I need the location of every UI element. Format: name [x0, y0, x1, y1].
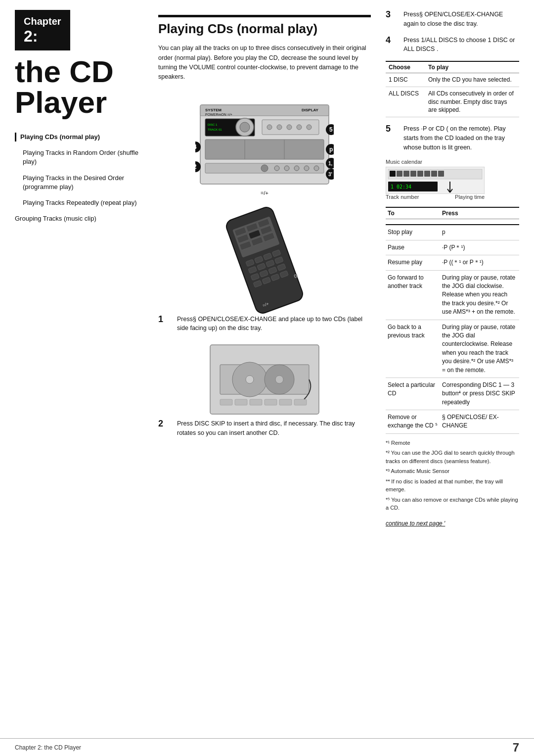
svg-rect-88 [438, 171, 444, 177]
fn4-text: If no disc is loaded at that number, the… [386, 478, 503, 493]
toc-item-4[interactable]: Playing Tracks Repeatedly (repeat play) [15, 198, 138, 207]
music-calendar-label: Music calendar [386, 159, 485, 165]
fn1-text: Remote [391, 440, 410, 446]
operation-table: Stop play p Pause ·P (P＊¹) Resume play ·… [386, 224, 519, 433]
play-alldiscs: All CDs consecutively in order of disc n… [425, 87, 519, 117]
table-row: Select a particular CD Corresponding DIS… [386, 378, 519, 410]
step-5-number: 5 [386, 124, 391, 133]
table-row: Resume play ·P ((＊¹ or P＊¹) [386, 255, 519, 270]
choose-1disc: 1 DISC [386, 73, 425, 87]
right-panel: 3 Press§ OPEN/CLOSE/EX-CHANGE again to c… [381, 0, 529, 537]
svg-text:POWERmON  =/+: POWERmON =/+ [205, 113, 232, 116]
fn5-text: You can also remove or exchange CDs whil… [386, 497, 518, 511]
svg-rect-83 [403, 171, 409, 177]
toc-item-5[interactable]: Grouping Tracks (music clip) [15, 214, 138, 223]
step-5: 5 Press ·P or CD ( on the remote). Play … [386, 124, 519, 152]
op-resume: Resume play [386, 255, 440, 270]
toc-item-2[interactable]: Playing Tracks in Random Order (shuffle … [15, 148, 138, 166]
fn5-ref: *⁵ [386, 497, 390, 503]
op-forward-press: During play or pause, rotate the JOG dia… [440, 270, 519, 320]
intro-text: You can play all the tracks on up to thr… [158, 44, 371, 82]
step-3-text: Press§ OPEN/CLOSE/EX-CHANGE again to clo… [403, 11, 503, 27]
op-pause: Pause [386, 240, 440, 255]
page-number: 7 [513, 741, 519, 755]
svg-text:5: 5 [329, 126, 333, 133]
music-calendar-container: Music calendar 1 02:34 [386, 159, 519, 200]
svg-point-72 [275, 376, 283, 383]
fn2-text: You can use the JOG dial to search quick… [386, 450, 515, 464]
chapter-label: Chapter [24, 16, 61, 27]
svg-point-21 [267, 125, 272, 130]
step-3: 3 Press§ OPEN/CLOSE/EX-CHANGE again to c… [386, 10, 519, 29]
op-resume-press: ·P ((＊¹ or P＊¹) [440, 255, 519, 270]
chapter-box: Chapter 2: [15, 10, 70, 50]
fn3-text: Automatic Music Sensor [391, 468, 449, 474]
cd-tray-diagram [205, 340, 324, 419]
step-1-text: Press§ OPEN/CLOSE/EX-CHANGE and place up… [177, 316, 362, 332]
op-table-header: To Press [386, 207, 519, 219]
main-content: Playing CDs (normal play) You can play a… [148, 0, 381, 455]
stereo-unit-diagram: SYSTEM POWERmON =/+ DISPLAY DISC 1 TRACK… [195, 90, 334, 189]
step-4-text: Press 1/ALL DISCS to choose 1 DISC or AL… [403, 37, 515, 53]
step-1: 1 Press§ OPEN/CLOSE/EX-CHANGE and place … [158, 315, 371, 333]
bottom-bar: Chapter 2: the CD Player 7 [0, 738, 534, 756]
op-remove-press: § OPEN/CLOSE/ EX-CHANGE [440, 410, 519, 434]
svg-rect-82 [397, 171, 402, 177]
op-pause-press: ·P (P＊¹) [440, 240, 519, 255]
svg-point-70 [246, 376, 254, 383]
svg-text:1,: 1, [328, 161, 333, 166]
footnote-2: *² You can use the JOG dial to search qu… [386, 449, 519, 465]
choose-toplay-table: Choose To play 1 DISC Only the CD you ha… [386, 61, 519, 117]
svg-point-24 [297, 125, 302, 130]
svg-rect-74 [235, 399, 247, 405]
table-row: 1 DISC Only the CD you have selected. [386, 73, 519, 87]
continue-next-page: continue to next page ′ [386, 520, 519, 527]
eq-plus-label: =/+ [158, 190, 371, 196]
svg-point-23 [287, 125, 292, 130]
step-2-number: 2 [158, 419, 163, 428]
svg-text:DISPLAY: DISPLAY [302, 108, 319, 112]
choose-alldiscs: ALL DISCS [386, 87, 425, 117]
footnote-3: *³ Automatic Music Sensor [386, 467, 519, 475]
op-goback: Go back to a previous track [386, 320, 440, 378]
table-row: Stop play p [386, 225, 519, 240]
track-number-label: Track number [386, 194, 419, 200]
svg-text:TRACK 01: TRACK 01 [208, 128, 222, 131]
svg-text:4: 4 [195, 143, 197, 150]
footnotes: *¹ Remote *² You can use the JOG dial to… [386, 439, 519, 512]
svg-rect-8 [205, 140, 324, 159]
step-1-number: 1 [158, 315, 163, 324]
fn1-ref: *¹ [386, 440, 390, 446]
svg-rect-76 [265, 399, 277, 405]
svg-text:SYSTEM: SYSTEM [205, 108, 222, 112]
op-stop-play: Stop play [386, 225, 440, 240]
svg-point-14 [284, 166, 289, 171]
sidebar: Chapter 2: the CD Player Playing CDs (no… [0, 0, 148, 756]
svg-text:3': 3' [328, 172, 332, 177]
playing-time-label: Playing time [455, 194, 485, 200]
toc-item-1[interactable]: Playing CDs (normal play) [15, 133, 138, 142]
op-goback-press: During play or pause, rotate the JOG dia… [440, 320, 519, 378]
title-line2: Player [15, 85, 107, 119]
op-forward: Go forward to another track [386, 270, 440, 320]
table-of-contents: Playing CDs (normal play) Playing Tracks… [15, 133, 138, 223]
chapter-number: 2: [24, 27, 61, 46]
op-remove: Remove or exchange the CD ⁵ [386, 410, 440, 434]
stereo-diagram-container: SYSTEM POWERmON =/+ DISPLAY DISC 1 TRACK… [158, 90, 371, 196]
svg-rect-81 [390, 171, 396, 177]
op-select-cd-press: Corresponding DISC 1 — 3 button⁴ or pres… [440, 378, 519, 410]
track-time-labels: Track number Playing time [386, 194, 485, 200]
svg-text:p: p [329, 146, 333, 153]
svg-rect-77 [279, 399, 292, 405]
toc-item-3[interactable]: Playing Tracks in the Desired Order (pro… [15, 174, 138, 191]
svg-text:DISC 1: DISC 1 [208, 123, 218, 126]
table-row: Go back to a previous track During play … [386, 320, 519, 378]
svg-point-19 [240, 122, 250, 132]
step-4-number: 4 [386, 36, 391, 45]
svg-rect-73 [220, 399, 232, 405]
op-header-to: To [388, 210, 442, 217]
svg-rect-84 [410, 171, 416, 177]
step-3-number: 3 [386, 10, 391, 19]
page-title: the CD Player [15, 56, 138, 118]
step-5-text: Press ·P or CD ( on the remote). Play st… [403, 125, 506, 151]
